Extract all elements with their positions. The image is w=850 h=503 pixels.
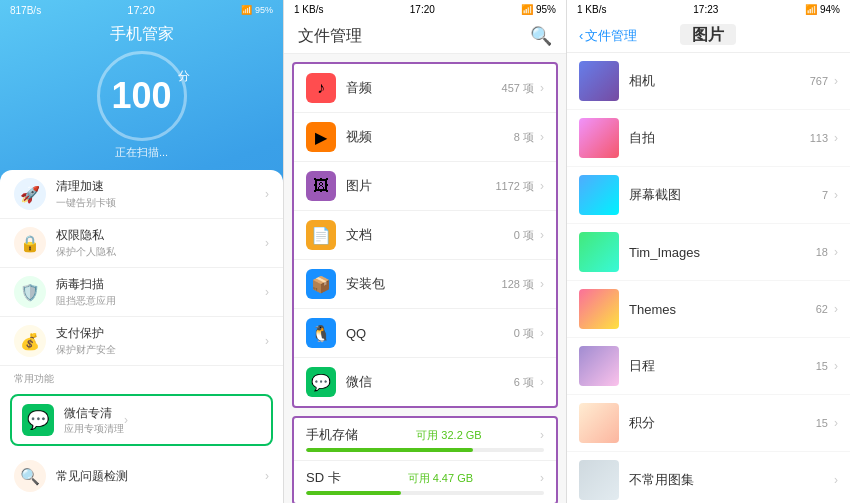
scanning-status: 正在扫描... — [115, 145, 168, 160]
panel2-header: 文件管理 🔍 — [284, 19, 566, 54]
qq-name: QQ — [346, 326, 514, 341]
tim-name: Tim_Images — [629, 245, 816, 260]
phone-storage-avail: 可用 32.2 GB — [416, 428, 481, 443]
audio-chevron: › — [540, 81, 544, 95]
privacy-chevron: › — [265, 236, 269, 250]
screenshot-chevron: › — [834, 188, 838, 202]
video-name: 视频 — [346, 128, 514, 146]
storage-phone[interactable]: 手机存储 可用 32.2 GB › — [294, 418, 556, 461]
back-label: 文件管理 — [585, 27, 637, 45]
unused-chevron: › — [834, 473, 838, 487]
score-circle-bg: 100 分 — [97, 51, 187, 141]
status-bar-1: 817B/s 17:20 📶 95% — [0, 0, 283, 20]
score-unit: 分 — [178, 68, 190, 85]
payment-name: 支付保护 — [56, 325, 265, 342]
cat-wechat[interactable]: 💬 微信 6 项 › — [294, 358, 556, 406]
sd-chevron: › — [540, 471, 544, 485]
phone-storage-bar — [306, 448, 544, 452]
cat-audio[interactable]: ♪ 音频 457 项 › — [294, 64, 556, 113]
selfie-chevron: › — [834, 131, 838, 145]
feature-payment[interactable]: 💰 支付保护 保护财产安全 › — [0, 317, 283, 366]
gallery-themes[interactable]: Themes 62 › — [567, 281, 850, 338]
panel3-header: ‹ 文件管理 图片 — [567, 19, 850, 53]
payment-desc: 保护财产安全 — [56, 343, 265, 357]
audio-icon: ♪ — [306, 73, 336, 103]
audio-name: 音频 — [346, 79, 502, 97]
signal-strength-1: 817B/s — [10, 5, 41, 16]
feature-privacy[interactable]: 🔒 权限隐私 保护个人隐私 › — [0, 219, 283, 268]
storage-section: 手机存储 可用 32.2 GB › SD 卡 可用 4.47 GB › — [292, 416, 558, 503]
cat-qq[interactable]: 🐧 QQ 0 项 › — [294, 309, 556, 358]
unused-thumb — [579, 460, 619, 500]
image-chevron: › — [540, 179, 544, 193]
issue-detect-item[interactable]: 🔍 常见问题检测 › — [0, 452, 283, 500]
cat-doc[interactable]: 📄 文档 0 项 › — [294, 211, 556, 260]
apk-count: 128 项 — [502, 277, 534, 292]
apk-icon: 📦 — [306, 269, 336, 299]
back-button[interactable]: ‹ 文件管理 — [579, 27, 637, 45]
feature-clean[interactable]: 🚀 清理加速 一键告别卡顿 › — [0, 170, 283, 219]
gallery-tim[interactable]: Tim_Images 18 › — [567, 224, 850, 281]
doc-count: 0 项 — [514, 228, 534, 243]
clean-desc: 一键告别卡顿 — [56, 196, 265, 210]
unused-name: 不常用图集 — [629, 471, 828, 489]
camera-name: 相机 — [629, 72, 810, 90]
phone-storage-chevron: › — [540, 428, 544, 442]
doc-chevron: › — [540, 228, 544, 242]
image-name: 图片 — [346, 177, 495, 195]
cat-image[interactable]: 🖼 图片 1172 项 › — [294, 162, 556, 211]
privacy-desc: 保护个人隐私 — [56, 245, 265, 259]
section-label: 常用功能 — [0, 366, 283, 388]
gallery-schedule[interactable]: 日程 15 › — [567, 338, 850, 395]
sd-storage-name: SD 卡 — [306, 469, 341, 487]
clean-chevron: › — [265, 187, 269, 201]
time-2: 17:20 — [410, 4, 435, 15]
payment-chevron: › — [265, 334, 269, 348]
features-list: 🚀 清理加速 一键告别卡顿 › 🔒 权限隐私 保护个人隐私 › 🛡️ 病毒扫描 … — [0, 170, 283, 503]
selfie-thumb — [579, 118, 619, 158]
tim-count: 18 — [816, 246, 828, 258]
gallery-list: 相机 767 › 自拍 113 › 屏幕截图 7 › Tim_Images 18… — [567, 53, 850, 503]
score-number: 100 — [111, 78, 171, 114]
cat-apk[interactable]: 📦 安装包 128 项 › — [294, 260, 556, 309]
screenshot-name: 屏幕截图 — [629, 186, 822, 204]
doc-icon: 📄 — [306, 220, 336, 250]
points-name: 积分 — [629, 414, 816, 432]
phone-storage-fill — [306, 448, 473, 452]
video-count: 8 项 — [514, 130, 534, 145]
wechat-clean-item[interactable]: 💬 微信专清 应用专项清理 › — [10, 394, 273, 446]
time-3: 17:23 — [693, 4, 718, 15]
qq-icon: 🐧 — [306, 318, 336, 348]
sd-storage-avail: 可用 4.47 GB — [408, 471, 473, 486]
battery-3: 📶 94% — [805, 4, 840, 15]
wechat-clean-name: 微信专清 — [64, 405, 124, 422]
gallery-screenshot[interactable]: 屏幕截图 7 › — [567, 167, 850, 224]
battery-1: 📶 95% — [241, 5, 273, 15]
panel1-header: 手机管家 — [0, 20, 283, 45]
schedule-count: 15 — [816, 360, 828, 372]
feature-virus[interactable]: 🛡️ 病毒扫描 阻挡恶意应用 › — [0, 268, 283, 317]
schedule-chevron: › — [834, 359, 838, 373]
cat-video[interactable]: ▶ 视频 8 项 › — [294, 113, 556, 162]
schedule-thumb — [579, 346, 619, 386]
camera-chevron: › — [834, 74, 838, 88]
gallery-unused[interactable]: 不常用图集 › — [567, 452, 850, 503]
wechat-icon: 💬 — [306, 367, 336, 397]
signal-2: 1 KB/s — [294, 4, 323, 15]
themes-chevron: › — [834, 302, 838, 316]
gallery-selfie[interactable]: 自拍 113 › — [567, 110, 850, 167]
gallery-camera[interactable]: 相机 767 › — [567, 53, 850, 110]
sd-storage-bar — [306, 491, 544, 495]
storage-sd[interactable]: SD 卡 可用 4.47 GB › — [294, 461, 556, 503]
search-button[interactable]: 🔍 — [530, 25, 552, 47]
clean-name: 清理加速 — [56, 178, 265, 195]
score-area: 100 分 正在扫描... — [97, 51, 187, 160]
gallery-points[interactable]: 积分 15 › — [567, 395, 850, 452]
virus-desc: 阻挡恶意应用 — [56, 294, 265, 308]
issue-name: 常见问题检测 — [56, 468, 265, 485]
wechat-chevron: › — [124, 413, 128, 427]
panel3-title: 图片 — [680, 24, 736, 45]
points-chevron: › — [834, 416, 838, 430]
panel-file-manager: 1 KB/s 17:20 📶 95% 文件管理 🔍 ♪ 音频 457 项 › ▶… — [283, 0, 566, 503]
file-categories-list: ♪ 音频 457 项 › ▶ 视频 8 项 › 🖼 图片 1172 项 › 📄 … — [292, 62, 558, 408]
